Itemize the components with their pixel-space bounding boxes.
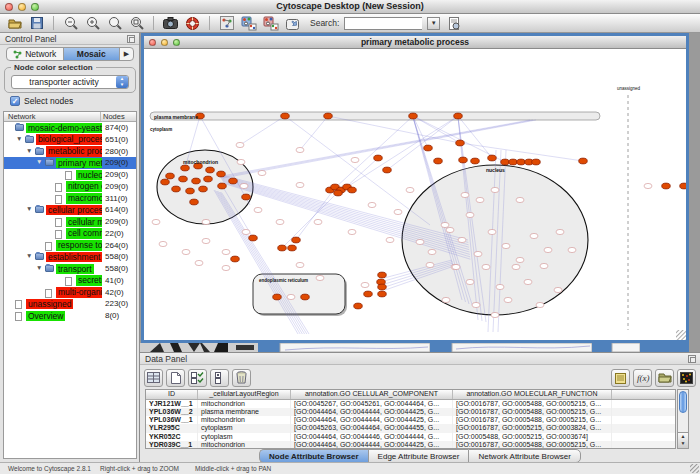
search-dropdown-arrow[interactable]: ▼ [427,17,440,30]
tree-row-label[interactable]: nitrogen compo [66,181,102,192]
tab-edge-attribute-browser[interactable]: Edge Attribute Browser [368,449,469,463]
tree-row-label[interactable]: metabolic process [46,146,102,157]
scrollbar-thumb[interactable] [679,391,687,413]
tree-row-label[interactable]: nucleobase- [76,170,102,181]
import-network-button[interactable] [218,15,235,31]
attribute-table-mode-button[interactable] [144,369,163,387]
tree-row[interactable]: ▼primary metabo209(0) [4,157,136,169]
table-row[interactable]: YPL036W__2plasma membrane[GO:0044464, GO… [146,408,675,416]
col-molecular-function[interactable]: annotation.GO MOLECULAR_FUNCTION [453,390,612,399]
tree-row-label[interactable]: primary metabo [56,158,102,169]
tree-row-label[interactable]: unassigned [26,299,73,310]
tree-expand-icon[interactable]: ▼ [26,252,32,259]
tree-expand-icon[interactable]: ▼ [26,205,32,212]
network-canvas[interactable]: plasma membranecytoplasmmitochondrionnuc… [144,49,686,340]
open-session-button[interactable] [6,15,23,31]
tree-row[interactable]: unassigned223(0) [4,298,136,310]
snapshot-button[interactable] [162,15,179,31]
tree-row[interactable]: ▼establishment of lo558(0) [4,251,136,263]
tree-expand-icon[interactable]: ▼ [36,264,42,271]
table-vertical-scrollbar[interactable]: ▲▼ [677,389,689,449]
filters-button[interactable] [284,15,301,31]
tree-row-label[interactable]: biological_process [36,134,102,145]
scrollbar-arrows[interactable]: ▲▼ [678,432,688,448]
tree-row-label[interactable]: cell communicat [66,228,102,239]
tab-mosaic[interactable]: Mosaic [64,48,121,60]
select-nodes-checkbox[interactable]: ✓ [10,96,20,106]
tree-row-label[interactable]: Overview [26,311,65,322]
select-attributes-button[interactable] [188,369,207,387]
tree-row-label[interactable]: cellular process [46,205,102,216]
network-node [159,241,167,246]
delete-attribute-button[interactable] [232,369,251,387]
tree-col-network[interactable]: Network [4,112,101,121]
tree-row-label[interactable]: macromolecule [66,193,102,204]
zoom-fit-button[interactable] [128,15,145,31]
unselect-attributes-button[interactable] [210,369,229,387]
cytoscape-desktop: Cytoscape Desktop (New Session) [0,0,700,474]
heatmap-view-button[interactable] [677,369,696,387]
create-attribute-button[interactable] [166,369,185,387]
tree-row[interactable]: secretion41(0) [4,275,136,287]
table-row[interactable]: YDR039C__1mitochondrion[GO:0044464, GO:0… [146,441,675,449]
plugins-button[interactable] [184,15,201,31]
import-attributes-button[interactable] [240,15,257,31]
tree-row[interactable]: ▼biological_process651(0) [4,134,136,146]
col-id[interactable]: ID [146,390,198,399]
tree-expand-icon[interactable]: ▼ [36,158,42,165]
tree-row[interactable]: Overview8(0) [4,310,136,322]
zoom-out-button[interactable] [62,15,79,31]
float-panel-icon[interactable] [688,355,696,363]
zoom-in-button[interactable] [84,15,101,31]
save-session-button[interactable] [28,15,45,31]
tree-row[interactable]: cell communicat22(0) [4,228,136,240]
tab-node-attribute-browser[interactable]: Node Attribute Browser [259,449,368,463]
tab-overflow-button[interactable]: ▶ [120,48,133,60]
tree-row[interactable]: response to stimulu264(0) [4,240,136,252]
toolbar-separator [209,16,210,30]
tree-row-label[interactable]: cellular metabo [66,217,102,228]
tree-row[interactable]: multi-organism pro42(0) [4,287,136,299]
tree-row-node-count: 42(0) [105,288,124,297]
app-resize-grip[interactable] [690,464,699,473]
tree-row-label[interactable]: multi-organism pro [56,287,102,298]
region-label: unassigned [617,86,641,91]
tree-row[interactable]: ▼metabolic process280(0) [4,146,136,158]
color-attribute-dropdown[interactable]: transporter activity ▲▼ [11,75,129,89]
col-cellular-component[interactable]: annotation.GO CELLULAR_COMPONENT [291,390,453,399]
table-row[interactable]: YPL036W__1mitochondrion[GO:0044464, GO:0… [146,416,675,424]
table-row[interactable]: YLR295Ccytoplasm[GO:0045263, GO:0044464,… [146,424,675,432]
tree-expand-icon[interactable]: ▼ [16,135,22,142]
tree-row[interactable]: ▼transport558(0) [4,263,136,275]
tree-col-nodes[interactable]: Nodes [101,112,136,121]
vizmapper-button[interactable] [262,15,279,31]
tree-row[interactable]: nucleobase-209(0) [4,169,136,181]
tree-row[interactable]: mosaic-demo-yeast874(0) [4,122,136,134]
attribute-editor-button[interactable] [611,369,630,387]
tree-row-label[interactable]: establishment of lo [46,252,102,263]
tree-row-label[interactable]: secretion [76,275,102,286]
tab-network[interactable]: Network [7,48,64,60]
tab-network-attribute-browser[interactable]: Network Attribute Browser [468,449,580,463]
window-resize-grip[interactable] [676,330,686,340]
network-window-titlebar[interactable]: primary metabolic process [144,36,686,49]
table-row[interactable]: YKR052Ccytoplasm[GO:0044464, GO:0044446,… [146,433,675,441]
import-attribute-file-button[interactable] [655,369,674,387]
tree-row[interactable]: cellular metabo209(0) [4,216,136,228]
tree-row-label[interactable]: response to stimulu [56,240,102,251]
network-view-window: primary metabolic process plasma membran… [141,33,689,343]
network-graph[interactable]: plasma membranecytoplasmmitochondrionnuc… [144,49,686,340]
tree-row[interactable]: ▼cellular process614(0) [4,204,136,216]
tree-row[interactable]: nitrogen compo209(0) [4,181,136,193]
search-input[interactable] [344,17,422,30]
col-region[interactable]: _cellularLayoutRegion [198,390,291,399]
float-panel-icon[interactable] [127,35,135,43]
search-config-button[interactable] [445,15,462,31]
tree-expand-icon[interactable]: ▼ [26,147,32,154]
tree-row[interactable]: macromolecule311(0) [4,193,136,205]
tree-row-label[interactable]: transport [56,264,94,275]
formula-builder-button[interactable]: f(x) [633,369,652,387]
table-row[interactable]: YJR121W__1mitochondrion[GO:0045267, GO:0… [146,400,675,408]
zoom-selected-button[interactable] [106,15,123,31]
tree-row-label[interactable]: mosaic-demo-yeast [26,123,102,134]
